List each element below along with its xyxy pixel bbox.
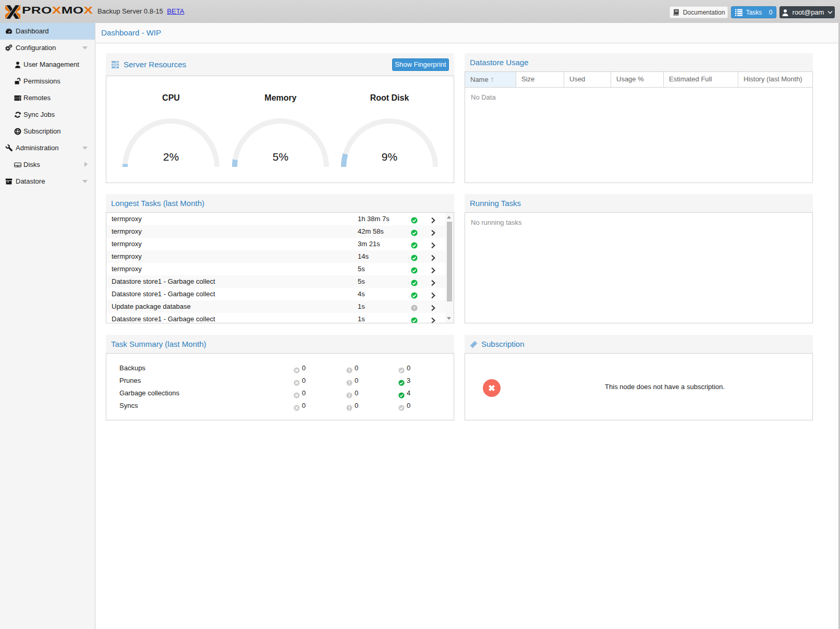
svg-text:9%: 9% bbox=[382, 151, 397, 163]
svg-text:5%: 5% bbox=[273, 151, 288, 163]
svg-text:2%: 2% bbox=[163, 151, 179, 163]
svg-text:?: ? bbox=[413, 306, 416, 310]
